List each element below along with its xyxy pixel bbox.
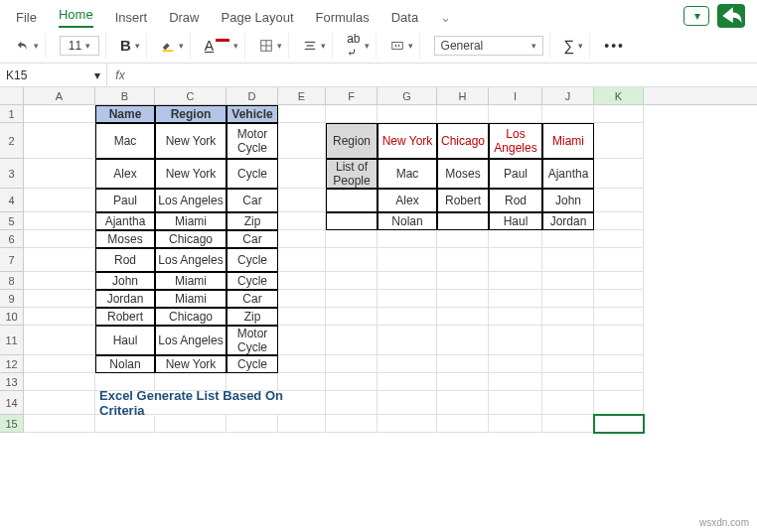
cell-K7[interactable] — [594, 248, 644, 272]
cell-F7[interactable] — [326, 248, 378, 272]
cell-I3[interactable]: Paul — [489, 159, 542, 189]
col-header-A[interactable]: A — [24, 87, 95, 104]
cell-C9[interactable]: Miami — [155, 290, 227, 308]
cell-J6[interactable] — [542, 230, 594, 248]
cell-I1[interactable] — [489, 105, 542, 123]
col-header-E[interactable]: E — [278, 87, 326, 104]
cell-B1[interactable]: Name — [95, 105, 155, 123]
tab-home[interactable]: Home — [59, 7, 93, 28]
font-color-icon[interactable]: A — [205, 38, 214, 54]
cell-I6[interactable] — [489, 230, 542, 248]
cell-I8[interactable] — [489, 272, 542, 290]
cell-D12[interactable]: Cycle — [227, 355, 278, 373]
cell-D4[interactable]: Car — [227, 189, 278, 212]
cell-G12[interactable] — [378, 355, 437, 373]
row-header-4[interactable]: 4 — [0, 189, 24, 212]
number-format-select[interactable]: General▾ — [434, 36, 543, 56]
chevron-down-icon[interactable]: ▾ — [233, 41, 238, 51]
cell-H7[interactable] — [437, 248, 489, 272]
pen-button[interactable]: ▾ — [683, 6, 709, 26]
cell-A9[interactable] — [24, 290, 95, 308]
cell-H5[interactable] — [437, 212, 489, 230]
cell-C3[interactable]: New York — [155, 159, 227, 189]
cell-A14[interactable] — [24, 391, 95, 415]
cell-H6[interactable] — [437, 230, 489, 248]
cell-A2[interactable] — [24, 123, 95, 159]
cell-C6[interactable]: Chicago — [155, 230, 227, 248]
chevron-down-icon[interactable]: ▾ — [34, 41, 39, 51]
tab-pagelayout[interactable]: Page Layout — [222, 10, 294, 25]
cell-I15[interactable] — [489, 415, 542, 433]
chevron-down-icon[interactable]: ▾ — [578, 41, 583, 51]
cell-F13[interactable] — [326, 373, 378, 391]
cell-E1[interactable] — [278, 105, 326, 123]
cell-E3[interactable] — [278, 159, 326, 189]
cell-K12[interactable] — [594, 355, 644, 373]
cell-H13[interactable] — [437, 373, 489, 391]
cell-F10[interactable] — [326, 308, 378, 326]
cell-A6[interactable] — [24, 230, 95, 248]
cell-A10[interactable] — [24, 308, 95, 326]
tab-insert[interactable]: Insert — [115, 10, 148, 25]
cell-I14[interactable] — [489, 391, 542, 415]
cell-F15[interactable] — [326, 415, 378, 433]
cell-C2[interactable]: New York — [155, 123, 227, 159]
chevron-down-icon[interactable]: ▾ — [179, 41, 184, 51]
cell-D15[interactable] — [227, 415, 278, 433]
cell-F1[interactable] — [326, 105, 378, 123]
cell-D8[interactable]: Cycle — [227, 272, 278, 290]
cell-C8[interactable]: Miami — [155, 272, 227, 290]
cell-E15[interactable] — [278, 415, 326, 433]
cell-E9[interactable] — [278, 290, 326, 308]
cell-G11[interactable] — [378, 326, 437, 355]
undo-icon[interactable] — [16, 39, 30, 53]
cell-J4[interactable]: John — [542, 189, 594, 212]
cell-I11[interactable] — [489, 326, 542, 355]
cell-B3[interactable]: Alex — [95, 159, 155, 189]
cell-G7[interactable] — [378, 248, 437, 272]
cell-K1[interactable] — [594, 105, 644, 123]
cell-K15[interactable] — [594, 415, 644, 433]
tab-draw[interactable]: Draw — [169, 10, 199, 25]
spreadsheet-grid[interactable]: ABCDEFGHIJK 1NameRegionVehicle2MacNew Yo… — [0, 87, 757, 433]
merge-icon[interactable] — [390, 39, 404, 53]
col-header-H[interactable]: H — [437, 87, 489, 104]
cell-C10[interactable]: Chicago — [155, 308, 227, 326]
cell-G15[interactable] — [378, 415, 437, 433]
cell-J3[interactable]: Ajantha — [542, 159, 594, 189]
cell-I9[interactable] — [489, 290, 542, 308]
cell-K13[interactable] — [594, 373, 644, 391]
cell-D6[interactable]: Car — [227, 230, 278, 248]
cell-I13[interactable] — [489, 373, 542, 391]
cell-C15[interactable] — [155, 415, 227, 433]
borders-icon[interactable] — [259, 39, 273, 53]
cell-C4[interactable]: Los Angeles — [155, 189, 227, 212]
cell-J13[interactable] — [542, 373, 594, 391]
cell-E4[interactable] — [278, 189, 326, 212]
cell-E12[interactable] — [278, 355, 326, 373]
cell-J12[interactable] — [542, 355, 594, 373]
cell-G8[interactable] — [378, 272, 437, 290]
cell-D1[interactable]: Vehicle — [227, 105, 278, 123]
cell-K11[interactable] — [594, 326, 644, 355]
cell-G13[interactable] — [378, 373, 437, 391]
cell-H14[interactable] — [437, 391, 489, 415]
row-header-12[interactable]: 12 — [0, 355, 24, 373]
name-box[interactable]: K15▾ — [0, 64, 107, 86]
cell-C5[interactable]: Miami — [155, 212, 227, 230]
cell-D5[interactable]: Zip — [227, 212, 278, 230]
cell-F8[interactable] — [326, 272, 378, 290]
row-header-6[interactable]: 6 — [0, 230, 24, 248]
cell-G3[interactable]: Mac — [378, 159, 437, 189]
cell-G2[interactable]: New York — [378, 123, 437, 159]
col-header-I[interactable]: I — [489, 87, 542, 104]
cell-F11[interactable] — [326, 326, 378, 355]
align-center-icon[interactable] — [303, 39, 317, 53]
chevron-down-icon[interactable]: ▾ — [135, 41, 140, 51]
cell-I5[interactable]: Haul — [489, 212, 542, 230]
cell-B4[interactable]: Paul — [95, 189, 155, 212]
col-header-K[interactable]: K — [594, 87, 644, 104]
cell-B5[interactable]: Ajantha — [95, 212, 155, 230]
cell-H3[interactable]: Moses — [437, 159, 489, 189]
cell-H9[interactable] — [437, 290, 489, 308]
